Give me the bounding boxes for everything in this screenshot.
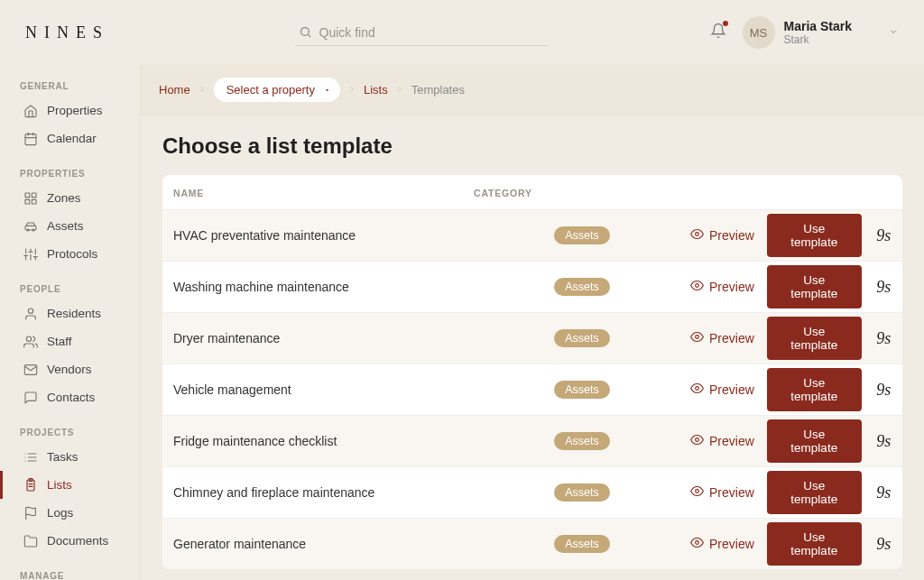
table-row: Washing machine maintenanceAssetsPreview… bbox=[162, 261, 902, 312]
user-menu[interactable]: MS Maria Stark Stark bbox=[743, 16, 899, 49]
preview-button[interactable]: Preview bbox=[690, 433, 754, 449]
grid-icon bbox=[23, 190, 38, 206]
flag-icon bbox=[23, 505, 38, 520]
folder-icon bbox=[23, 533, 38, 548]
chevron-down-icon bbox=[888, 24, 899, 41]
sidebar-item-logs[interactable]: Logs bbox=[0, 499, 140, 527]
templates-table: NAME CATEGORY HVAC preventative maintena… bbox=[162, 175, 902, 569]
svg-point-37 bbox=[696, 284, 699, 288]
use-template-button[interactable]: Use template bbox=[767, 265, 862, 308]
sidebar-group-label: PEOPLE bbox=[0, 284, 140, 299]
sidebar-item-label: Lists bbox=[47, 478, 72, 492]
template-name: HVAC preventative maintenance bbox=[162, 228, 474, 243]
use-template-button[interactable]: Use template bbox=[767, 368, 862, 411]
eye-icon bbox=[690, 433, 704, 449]
notifications-button[interactable] bbox=[710, 23, 726, 42]
property-selector[interactable]: Select a property bbox=[214, 78, 340, 102]
eye-icon bbox=[690, 382, 704, 398]
content: Choose a list template NAME CATEGORY HVA… bbox=[141, 115, 924, 580]
sidebar-item-properties[interactable]: Properties bbox=[0, 97, 140, 124]
template-name: Vehicle management bbox=[162, 382, 474, 397]
brand-mark-icon: 9s bbox=[874, 535, 893, 554]
sidebar-item-protocols[interactable]: Protocols bbox=[0, 240, 140, 268]
user-subtitle: Stark bbox=[784, 33, 852, 46]
main: Home Select a property Lists Templates C… bbox=[141, 65, 924, 580]
sidebar-item-lists[interactable]: Lists bbox=[0, 471, 140, 499]
clipboard-icon bbox=[23, 477, 38, 493]
notifications-indicator bbox=[723, 21, 728, 26]
brand-mark-icon: 9s bbox=[874, 381, 893, 400]
sidebar-item-documents[interactable]: Documents bbox=[0, 527, 140, 555]
eye-icon bbox=[690, 330, 704, 346]
category-badge: Assets bbox=[554, 226, 610, 244]
sidebar-item-contacts[interactable]: Contacts bbox=[0, 383, 140, 411]
chevron-right-icon bbox=[395, 83, 404, 97]
sliders-icon bbox=[23, 246, 38, 262]
sidebar-item-assets[interactable]: Assets bbox=[0, 212, 140, 240]
use-template-button[interactable]: Use template bbox=[767, 419, 862, 463]
use-template-button[interactable]: Use template bbox=[767, 317, 862, 360]
sidebar-item-calendar[interactable]: Calendar bbox=[0, 124, 140, 152]
svg-rect-2 bbox=[25, 133, 36, 144]
sidebar-item-label: Contacts bbox=[47, 391, 95, 404]
preview-button[interactable]: Preview bbox=[690, 227, 754, 244]
table-row: Vehicle managementAssetsPreviewUse templ… bbox=[162, 364, 902, 415]
sidebar-item-label: Protocols bbox=[47, 247, 97, 261]
calendar-icon bbox=[23, 131, 38, 146]
svg-point-22 bbox=[28, 308, 32, 313]
sidebar-item-staff[interactable]: Staff bbox=[0, 327, 140, 355]
breadcrumb-lists[interactable]: Lists bbox=[364, 83, 388, 97]
brand-mark-icon: 9s bbox=[874, 329, 893, 348]
breadcrumb: Home Select a property Lists Templates bbox=[141, 65, 924, 115]
sidebar-item-label: Properties bbox=[47, 104, 103, 117]
svg-point-42 bbox=[696, 541, 699, 545]
column-category: CATEGORY bbox=[474, 188, 690, 198]
property-selector-label: Select a property bbox=[226, 83, 315, 97]
home-icon bbox=[23, 103, 38, 118]
sidebar-item-residents[interactable]: Residents bbox=[0, 299, 140, 327]
brand-mark-icon: 9s bbox=[874, 483, 893, 502]
sidebar-item-label: Assets bbox=[47, 219, 84, 233]
sidebar-item-vendors[interactable]: Vendors bbox=[0, 355, 140, 383]
sidebar-item-label: Staff bbox=[47, 335, 72, 348]
preview-label: Preview bbox=[709, 280, 754, 294]
breadcrumb-current: Templates bbox=[411, 83, 465, 97]
template-name: Dryer maintenance bbox=[162, 331, 474, 345]
preview-button[interactable]: Preview bbox=[690, 279, 754, 295]
use-template-button[interactable]: Use template bbox=[767, 214, 862, 257]
use-template-button[interactable]: Use template bbox=[767, 522, 862, 566]
sidebar: GENERALPropertiesCalendarPROPERTIESZones… bbox=[0, 65, 141, 580]
svg-point-36 bbox=[696, 233, 699, 236]
sidebar-group-label: PROJECTS bbox=[0, 428, 140, 443]
svg-point-39 bbox=[696, 387, 699, 391]
sidebar-item-zones[interactable]: Zones bbox=[0, 184, 140, 212]
column-name: NAME bbox=[162, 188, 474, 198]
category-badge: Assets bbox=[554, 535, 610, 553]
breadcrumb-home[interactable]: Home bbox=[159, 83, 190, 97]
sidebar-item-label: Documents bbox=[47, 534, 108, 548]
preview-button[interactable]: Preview bbox=[690, 382, 754, 398]
search-input[interactable] bbox=[319, 25, 544, 40]
svg-point-23 bbox=[26, 336, 31, 341]
users-icon bbox=[23, 334, 38, 349]
preview-button[interactable]: Preview bbox=[690, 484, 754, 501]
preview-label: Preview bbox=[709, 382, 754, 397]
brand-mark-icon: 9s bbox=[874, 432, 893, 451]
preview-button[interactable]: Preview bbox=[690, 536, 754, 552]
car-icon bbox=[23, 218, 38, 234]
use-template-button[interactable]: Use template bbox=[767, 471, 862, 514]
svg-rect-6 bbox=[25, 193, 30, 198]
eye-icon bbox=[690, 484, 704, 501]
preview-label: Preview bbox=[709, 331, 754, 345]
preview-button[interactable]: Preview bbox=[690, 330, 754, 346]
search-field[interactable] bbox=[295, 20, 548, 46]
svg-point-40 bbox=[696, 438, 699, 442]
category-badge: Assets bbox=[554, 432, 610, 450]
table-row: HVAC preventative maintenanceAssetsPrevi… bbox=[162, 209, 902, 261]
sidebar-item-label: Logs bbox=[47, 506, 73, 520]
topbar: NINES MS Maria Stark Stark bbox=[0, 0, 924, 65]
sidebar-item-tasks[interactable]: Tasks bbox=[0, 443, 140, 471]
category-badge: Assets bbox=[554, 381, 610, 399]
message-icon bbox=[23, 390, 38, 405]
sidebar-group-label: PROPERTIES bbox=[0, 169, 140, 184]
